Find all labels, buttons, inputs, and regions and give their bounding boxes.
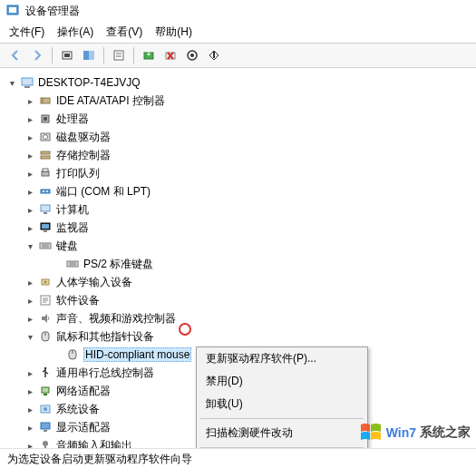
tree-root[interactable]: ▾ DESKTOP-T4EJVJQ: [2, 73, 474, 92]
expand-placeholder: [51, 258, 63, 270]
update-driver-button[interactable]: [139, 45, 159, 65]
scan-hardware-button[interactable]: [182, 45, 202, 65]
expand-icon[interactable]: ▸: [24, 221, 36, 234]
menu-file[interactable]: 文件(F): [9, 24, 44, 40]
tree-item[interactable]: ▸ IDE ATA/ATAPI 控制器: [2, 92, 474, 110]
forward-button[interactable]: [27, 45, 47, 65]
svg-point-12: [190, 54, 194, 57]
tree-item[interactable]: ▸ 打印队列: [2, 164, 474, 182]
svg-point-26: [43, 190, 44, 192]
tree-item[interactable]: ▾ 键盘: [2, 237, 474, 255]
svg-rect-23: [42, 171, 49, 176]
svg-rect-22: [41, 156, 50, 159]
disable-button[interactable]: [204, 45, 224, 65]
controller-icon: [38, 93, 53, 108]
collapse-icon[interactable]: ▾: [24, 239, 36, 252]
toolbar-separator: [52, 47, 53, 63]
back-button[interactable]: [5, 45, 25, 65]
tree-item-label: 鼠标和其他指针设备: [56, 329, 154, 345]
menu-help[interactable]: 帮助(H): [155, 24, 192, 40]
menu-update-driver[interactable]: 更新驱动程序软件(P)...: [197, 347, 367, 370]
svg-rect-36: [67, 261, 78, 267]
expand-icon[interactable]: ▸: [24, 276, 36, 288]
tree-item-label: 处理器: [56, 112, 89, 127]
svg-point-48: [44, 407, 47, 411]
expand-icon[interactable]: ▸: [24, 366, 36, 379]
toolbar-separator: [133, 47, 134, 63]
tree-item[interactable]: ▸ 监视器: [2, 219, 474, 237]
svg-rect-25: [41, 190, 50, 193]
expand-icon[interactable]: ▸: [24, 131, 36, 143]
expand-placeholder: [51, 348, 63, 361]
svg-rect-3: [64, 54, 70, 57]
svg-rect-46: [44, 394, 47, 395]
expand-icon[interactable]: ▸: [24, 312, 36, 325]
tree-item[interactable]: ▸ 计算机: [2, 200, 474, 219]
menu-action[interactable]: 操作(A): [57, 24, 93, 40]
svg-rect-18: [44, 117, 47, 121]
show-hidden-button[interactable]: [57, 45, 77, 65]
expand-icon[interactable]: ▸: [24, 403, 36, 415]
svg-point-40: [44, 281, 47, 284]
tree-item[interactable]: ▸ 磁盘驱动器: [2, 128, 474, 146]
svg-rect-50: [44, 430, 47, 432]
collapse-icon[interactable]: ▾: [5, 76, 18, 89]
mouse-icon: [38, 329, 53, 344]
expand-icon[interactable]: ▸: [24, 167, 36, 180]
disk-icon: [38, 130, 53, 144]
details-button[interactable]: [109, 45, 129, 65]
expand-icon[interactable]: ▸: [24, 112, 36, 125]
svg-rect-31: [42, 224, 49, 229]
network-icon: [38, 384, 53, 398]
menu-view[interactable]: 查看(V): [106, 24, 142, 40]
tree-item[interactable]: ▸ 人体学输入设备: [2, 273, 474, 291]
app-icon: [5, 4, 20, 18]
titlebar: 设备管理器: [0, 0, 476, 22]
uninstall-button[interactable]: [160, 45, 180, 65]
tree-item[interactable]: ▸ 存储控制器: [2, 146, 474, 164]
svg-rect-4: [83, 51, 89, 60]
system-icon: [38, 402, 53, 416]
tree-item-label: 通用串行总线控制器: [56, 366, 154, 381]
tree-item[interactable]: ▸ 声音、视频和游戏控制器: [2, 309, 474, 327]
svg-rect-24: [43, 169, 48, 171]
tree-child-label: PS/2 标准键盘: [83, 257, 153, 272]
tree-item[interactable]: ▸ 处理器: [2, 110, 474, 128]
tree-child-item[interactable]: PS/2 标准键盘: [2, 255, 474, 273]
sound-icon: [38, 311, 53, 326]
collapse-icon[interactable]: ▾: [24, 330, 36, 343]
expand-icon[interactable]: ▸: [24, 94, 36, 107]
keyboard-icon: [65, 257, 80, 271]
expand-icon[interactable]: ▸: [24, 385, 36, 397]
expand-icon[interactable]: ▸: [24, 421, 36, 434]
expand-icon[interactable]: ▸: [24, 203, 36, 216]
display-icon: [38, 420, 53, 434]
svg-point-51: [43, 441, 48, 446]
hid-icon: [38, 275, 53, 289]
tree-item[interactable]: ▸ 软件设备: [2, 291, 474, 309]
tree-root-label: DESKTOP-T4EJVJQ: [38, 76, 140, 89]
svg-rect-33: [40, 243, 51, 249]
toolbar-separator: [103, 47, 104, 63]
monitor-icon: [38, 220, 53, 235]
window-title: 设备管理器: [25, 4, 80, 19]
expand-icon[interactable]: ▸: [24, 149, 36, 161]
usb-icon: [38, 366, 53, 380]
svg-rect-6: [114, 51, 123, 60]
svg-rect-32: [44, 230, 47, 232]
tree-item-label: 端口 (COM 和 LPT): [56, 184, 151, 200]
refresh-button[interactable]: [79, 45, 99, 65]
menu-disable[interactable]: 禁用(D): [197, 370, 367, 393]
svg-rect-29: [44, 212, 47, 214]
tree-item-label: 计算机: [56, 202, 89, 218]
expand-icon[interactable]: ▸: [24, 294, 36, 307]
tree-item[interactable]: ▾ 鼠标和其他指针设备: [2, 327, 474, 346]
menu-uninstall[interactable]: 卸载(U): [197, 393, 367, 415]
tree-item[interactable]: ▸ 端口 (COM 和 LPT): [2, 182, 474, 200]
menu-scan[interactable]: 扫描检测硬件改动: [197, 422, 367, 444]
tree-item-label: 监视器: [56, 220, 89, 236]
cpu-icon: [38, 112, 53, 126]
toolbar: [0, 43, 476, 68]
statusbar: 为选定设备启动更新驱动程序软件向导: [0, 448, 476, 468]
expand-icon[interactable]: ▸: [24, 185, 36, 198]
